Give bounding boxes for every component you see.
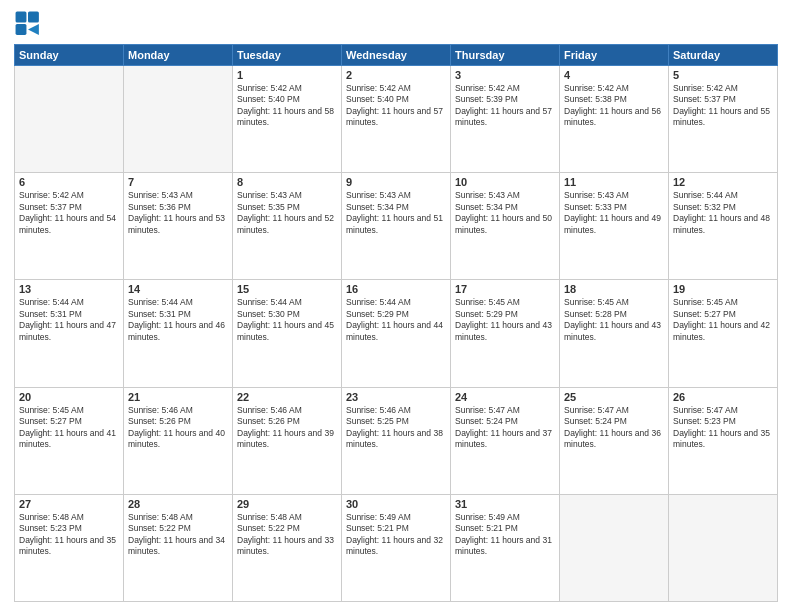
calendar-cell: 18 Sunrise: 5:45 AM Sunset: 5:28 PM Dayl… <box>560 280 669 387</box>
day-number: 28 <box>128 498 228 510</box>
calendar-cell: 30 Sunrise: 5:49 AM Sunset: 5:21 PM Dayl… <box>342 494 451 601</box>
daylight-line: Daylight: 11 hours and 54 minutes. <box>19 213 119 236</box>
sunrise-line: Sunrise: 5:47 AM <box>455 405 555 416</box>
sunset-line: Sunset: 5:22 PM <box>237 523 337 534</box>
calendar-table: SundayMondayTuesdayWednesdayThursdayFrid… <box>14 44 778 602</box>
calendar-cell: 8 Sunrise: 5:43 AM Sunset: 5:35 PM Dayli… <box>233 173 342 280</box>
day-number: 6 <box>19 176 119 188</box>
calendar-cell: 3 Sunrise: 5:42 AM Sunset: 5:39 PM Dayli… <box>451 66 560 173</box>
calendar-cell <box>560 494 669 601</box>
calendar-cell: 11 Sunrise: 5:43 AM Sunset: 5:33 PM Dayl… <box>560 173 669 280</box>
day-number: 16 <box>346 283 446 295</box>
day-number: 31 <box>455 498 555 510</box>
daylight-line: Daylight: 11 hours and 41 minutes. <box>19 428 119 451</box>
sunrise-line: Sunrise: 5:42 AM <box>455 83 555 94</box>
sunset-line: Sunset: 5:28 PM <box>564 309 664 320</box>
daylight-line: Daylight: 11 hours and 57 minutes. <box>346 106 446 129</box>
daylight-line: Daylight: 11 hours and 39 minutes. <box>237 428 337 451</box>
calendar-cell: 31 Sunrise: 5:49 AM Sunset: 5:21 PM Dayl… <box>451 494 560 601</box>
sunset-line: Sunset: 5:24 PM <box>455 416 555 427</box>
daylight-line: Daylight: 11 hours and 57 minutes. <box>455 106 555 129</box>
calendar-cell: 17 Sunrise: 5:45 AM Sunset: 5:29 PM Dayl… <box>451 280 560 387</box>
day-number: 19 <box>673 283 773 295</box>
calendar-week-row: 1 Sunrise: 5:42 AM Sunset: 5:40 PM Dayli… <box>15 66 778 173</box>
day-number: 30 <box>346 498 446 510</box>
sunset-line: Sunset: 5:33 PM <box>564 202 664 213</box>
calendar-week-row: 20 Sunrise: 5:45 AM Sunset: 5:27 PM Dayl… <box>15 387 778 494</box>
daylight-line: Daylight: 11 hours and 36 minutes. <box>564 428 664 451</box>
day-number: 25 <box>564 391 664 403</box>
calendar-cell: 21 Sunrise: 5:46 AM Sunset: 5:26 PM Dayl… <box>124 387 233 494</box>
sunrise-line: Sunrise: 5:44 AM <box>19 297 119 308</box>
sunrise-line: Sunrise: 5:42 AM <box>19 190 119 201</box>
sunset-line: Sunset: 5:23 PM <box>673 416 773 427</box>
calendar-cell: 19 Sunrise: 5:45 AM Sunset: 5:27 PM Dayl… <box>669 280 778 387</box>
sunset-line: Sunset: 5:26 PM <box>237 416 337 427</box>
sunset-line: Sunset: 5:21 PM <box>346 523 446 534</box>
sunset-line: Sunset: 5:21 PM <box>455 523 555 534</box>
sunset-line: Sunset: 5:38 PM <box>564 94 664 105</box>
sunrise-line: Sunrise: 5:43 AM <box>564 190 664 201</box>
day-number: 26 <box>673 391 773 403</box>
sunset-line: Sunset: 5:22 PM <box>128 523 228 534</box>
sunrise-line: Sunrise: 5:42 AM <box>346 83 446 94</box>
calendar-cell: 7 Sunrise: 5:43 AM Sunset: 5:36 PM Dayli… <box>124 173 233 280</box>
daylight-line: Daylight: 11 hours and 46 minutes. <box>128 320 228 343</box>
daylight-line: Daylight: 11 hours and 53 minutes. <box>128 213 228 236</box>
sunset-line: Sunset: 5:31 PM <box>19 309 119 320</box>
calendar-cell: 5 Sunrise: 5:42 AM Sunset: 5:37 PM Dayli… <box>669 66 778 173</box>
sunrise-line: Sunrise: 5:43 AM <box>455 190 555 201</box>
day-number: 23 <box>346 391 446 403</box>
sunrise-line: Sunrise: 5:47 AM <box>673 405 773 416</box>
sunset-line: Sunset: 5:29 PM <box>455 309 555 320</box>
daylight-line: Daylight: 11 hours and 58 minutes. <box>237 106 337 129</box>
day-number: 17 <box>455 283 555 295</box>
weekday-header-cell: Saturday <box>669 45 778 66</box>
calendar-cell: 22 Sunrise: 5:46 AM Sunset: 5:26 PM Dayl… <box>233 387 342 494</box>
calendar-cell: 15 Sunrise: 5:44 AM Sunset: 5:30 PM Dayl… <box>233 280 342 387</box>
daylight-line: Daylight: 11 hours and 37 minutes. <box>455 428 555 451</box>
sunset-line: Sunset: 5:32 PM <box>673 202 773 213</box>
sunrise-line: Sunrise: 5:48 AM <box>128 512 228 523</box>
sunset-line: Sunset: 5:23 PM <box>19 523 119 534</box>
sunrise-line: Sunrise: 5:49 AM <box>455 512 555 523</box>
day-number: 27 <box>19 498 119 510</box>
day-number: 24 <box>455 391 555 403</box>
daylight-line: Daylight: 11 hours and 47 minutes. <box>19 320 119 343</box>
calendar-cell: 4 Sunrise: 5:42 AM Sunset: 5:38 PM Dayli… <box>560 66 669 173</box>
sunrise-line: Sunrise: 5:45 AM <box>673 297 773 308</box>
day-number: 4 <box>564 69 664 81</box>
sunrise-line: Sunrise: 5:44 AM <box>128 297 228 308</box>
sunrise-line: Sunrise: 5:49 AM <box>346 512 446 523</box>
svg-rect-2 <box>16 24 27 35</box>
weekday-header-cell: Friday <box>560 45 669 66</box>
sunrise-line: Sunrise: 5:47 AM <box>564 405 664 416</box>
day-number: 2 <box>346 69 446 81</box>
svg-marker-3 <box>28 24 39 35</box>
day-number: 15 <box>237 283 337 295</box>
sunset-line: Sunset: 5:35 PM <box>237 202 337 213</box>
sunset-line: Sunset: 5:34 PM <box>346 202 446 213</box>
daylight-line: Daylight: 11 hours and 32 minutes. <box>346 535 446 558</box>
day-number: 21 <box>128 391 228 403</box>
day-number: 18 <box>564 283 664 295</box>
daylight-line: Daylight: 11 hours and 42 minutes. <box>673 320 773 343</box>
sunset-line: Sunset: 5:25 PM <box>346 416 446 427</box>
sunrise-line: Sunrise: 5:46 AM <box>128 405 228 416</box>
calendar-week-row: 13 Sunrise: 5:44 AM Sunset: 5:31 PM Dayl… <box>15 280 778 387</box>
svg-rect-1 <box>28 12 39 23</box>
daylight-line: Daylight: 11 hours and 43 minutes. <box>455 320 555 343</box>
calendar-cell: 1 Sunrise: 5:42 AM Sunset: 5:40 PM Dayli… <box>233 66 342 173</box>
sunset-line: Sunset: 5:34 PM <box>455 202 555 213</box>
weekday-header-row: SundayMondayTuesdayWednesdayThursdayFrid… <box>15 45 778 66</box>
calendar-cell: 2 Sunrise: 5:42 AM Sunset: 5:40 PM Dayli… <box>342 66 451 173</box>
sunrise-line: Sunrise: 5:48 AM <box>19 512 119 523</box>
calendar-cell: 25 Sunrise: 5:47 AM Sunset: 5:24 PM Dayl… <box>560 387 669 494</box>
calendar-cell: 29 Sunrise: 5:48 AM Sunset: 5:22 PM Dayl… <box>233 494 342 601</box>
daylight-line: Daylight: 11 hours and 45 minutes. <box>237 320 337 343</box>
calendar-week-row: 6 Sunrise: 5:42 AM Sunset: 5:37 PM Dayli… <box>15 173 778 280</box>
sunrise-line: Sunrise: 5:43 AM <box>237 190 337 201</box>
calendar-cell: 24 Sunrise: 5:47 AM Sunset: 5:24 PM Dayl… <box>451 387 560 494</box>
day-number: 9 <box>346 176 446 188</box>
sunset-line: Sunset: 5:40 PM <box>346 94 446 105</box>
